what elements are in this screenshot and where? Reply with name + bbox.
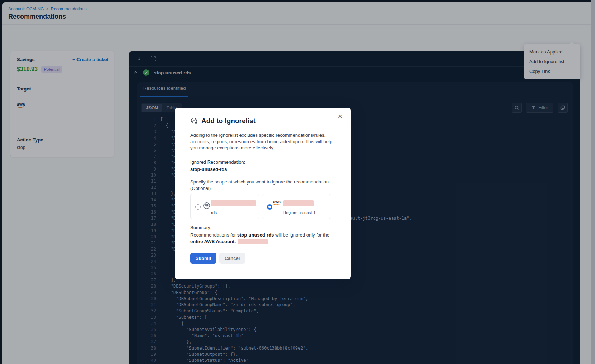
scope-resource-radio[interactable]	[195, 204, 201, 210]
summary-text: Recommendations for stop-unused-rds will…	[190, 232, 332, 244]
summary-pre: Recommendations for	[190, 232, 237, 238]
summary-label: Summary:	[190, 225, 211, 230]
summary-mid: will be ignored only for the	[274, 232, 329, 238]
scope-resource-sublabel: rds	[211, 210, 217, 215]
submit-button[interactable]: Submit	[190, 253, 216, 264]
scope-aws-logo-icon: aws	[273, 200, 282, 206]
modal-title: Add to Ignorelist	[201, 117, 256, 125]
add-to-ignorelist-modal: ✕ Add to Ignorelist Adding to the Ignore…	[175, 108, 351, 279]
scope-account-radio[interactable]	[267, 204, 272, 210]
summary-recommendation-name: stop-unused-rds	[237, 232, 274, 238]
close-icon[interactable]: ✕	[338, 113, 343, 120]
rds-service-icon	[203, 202, 211, 210]
redacted-resource-name	[211, 200, 256, 206]
ignore-icon	[190, 117, 198, 125]
scope-account-sublabel: Region: us-east-1	[283, 210, 316, 215]
redacted-summary-account	[238, 239, 268, 244]
svg-text:aws: aws	[273, 200, 281, 204]
cancel-button[interactable]: Cancel	[219, 253, 245, 264]
modal-description: Adding to the Ignorelist excludes specif…	[190, 132, 332, 151]
scope-option-account[interactable]: aws Region: us-east-1	[262, 194, 331, 219]
summary-scope: entire AWS Account:	[190, 239, 236, 244]
redacted-account-id	[283, 200, 314, 206]
scope-label: Specify the scope at which you want to i…	[190, 179, 334, 191]
ignored-recommendation-label: Ignored Recommendation:	[190, 159, 245, 165]
scope-option-resource[interactable]: rds	[190, 194, 259, 219]
ignored-recommendation-value: stop-unused-rds	[190, 167, 227, 172]
